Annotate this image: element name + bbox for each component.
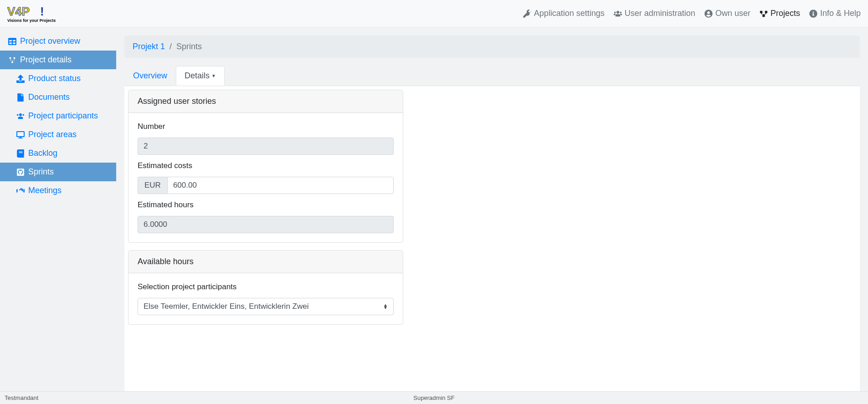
nav-label: Projects <box>770 9 800 18</box>
label-est-hours: Estimated hours <box>138 200 394 210</box>
breadcrumb-separator: / <box>169 42 172 51</box>
sidebar-label: Project participants <box>28 111 98 121</box>
sidebar-label: Product status <box>28 74 81 83</box>
field-est-hours <box>138 216 394 233</box>
field-number <box>138 138 394 155</box>
select-value: Else Teemler, Entwickler Eins, Entwickle… <box>144 302 308 311</box>
project-diagram-icon <box>760 10 768 18</box>
nav-label: Application settings <box>534 9 605 18</box>
sidebar-item-sprints[interactable]: Sprints <box>0 163 116 181</box>
logo-icon: V4P ! Visions for your Projects <box>7 4 67 24</box>
users-icon <box>614 10 622 18</box>
info-circle-icon <box>809 10 817 18</box>
wrench-icon <box>523 10 531 18</box>
card-header: Available hours <box>128 251 403 273</box>
card-header: Assigned user stories <box>128 90 403 113</box>
nav-user-admin[interactable]: User administration <box>614 9 695 18</box>
sidebar: Project overview Project details Product… <box>0 27 116 391</box>
svg-text:!: ! <box>40 5 44 18</box>
label-est-costs: Estimated costs <box>138 161 394 170</box>
tab-label: Overview <box>133 71 167 81</box>
sidebar-label: Project details <box>20 55 72 65</box>
sidebar-label: Project overview <box>20 36 80 46</box>
footer-user: Superadmin SF <box>413 394 454 401</box>
sidebar-item-product-status[interactable]: Product status <box>0 69 116 88</box>
breadcrumb-current: Sprints <box>176 42 202 51</box>
sidebar-label: Backlog <box>28 148 57 158</box>
svg-text:Visions for your Projects: Visions for your Projects <box>7 18 56 23</box>
select-participants[interactable]: Else Teemler, Entwickler Eins, Entwickle… <box>138 298 394 315</box>
nav-right: Application settings User administration… <box>523 9 861 18</box>
sidebar-item-documents[interactable]: Documents <box>0 88 116 107</box>
label-number: Number <box>138 122 394 131</box>
label-selection-participants: Selection project participants <box>138 282 394 291</box>
nav-info-help[interactable]: Info & Help <box>809 9 861 18</box>
breadcrumb-project-link[interactable]: Projekt 1 <box>133 42 165 51</box>
nav-own-user[interactable]: Own user <box>704 9 750 18</box>
sidebar-item-meetings[interactable]: Meetings <box>0 181 116 200</box>
footer-tenant: Testmandant <box>5 394 38 401</box>
nav-app-settings[interactable]: Application settings <box>523 9 605 18</box>
currency-prefix: EUR <box>138 177 167 194</box>
footer: Testmandant Superadmin SF <box>0 391 868 404</box>
select-caret-icon: ▲▼ <box>383 304 388 309</box>
breadcrumb: Projekt 1 / Sprints <box>124 36 860 58</box>
tab-overview[interactable]: Overview <box>124 66 176 86</box>
nav-label: Info & Help <box>820 9 861 18</box>
tab-content-scroll[interactable]: Assigned user stories Number Estimated c… <box>124 86 860 391</box>
sidebar-item-project-details[interactable]: Project details <box>0 51 116 69</box>
user-circle-icon <box>704 10 713 18</box>
navbar: V4P ! Visions for your Projects Applicat… <box>0 0 868 27</box>
sidebar-item-project-overview[interactable]: Project overview <box>0 32 116 51</box>
caret-down-icon: ▼ <box>211 73 216 78</box>
nav-label: Own user <box>715 9 750 18</box>
card-assigned-user-stories: Assigned user stories Number Estimated c… <box>128 90 403 243</box>
svg-text:V4P: V4P <box>7 5 30 18</box>
card-available-hours: Available hours Selection project partic… <box>128 250 403 325</box>
sidebar-label: Meetings <box>28 186 62 195</box>
tab-label: Details <box>185 71 210 81</box>
sidebar-item-project-areas[interactable]: Project areas <box>0 125 116 144</box>
sidebar-label: Documents <box>28 92 70 102</box>
field-est-costs <box>167 177 394 194</box>
sidebar-label: Project areas <box>28 130 77 139</box>
sidebar-item-project-participants[interactable]: Project participants <box>0 107 116 125</box>
tabs: Overview Details ▼ <box>124 66 860 86</box>
app-logo[interactable]: V4P ! Visions for your Projects <box>7 4 67 24</box>
tab-details[interactable]: Details ▼ <box>176 66 225 86</box>
nav-projects[interactable]: Projects <box>760 9 800 18</box>
sidebar-item-backlog[interactable]: Backlog <box>0 144 116 163</box>
sidebar-label: Sprints <box>28 167 54 177</box>
main-content: Projekt 1 / Sprints Overview Details ▼ A… <box>116 27 868 391</box>
nav-label: User administration <box>625 9 695 18</box>
